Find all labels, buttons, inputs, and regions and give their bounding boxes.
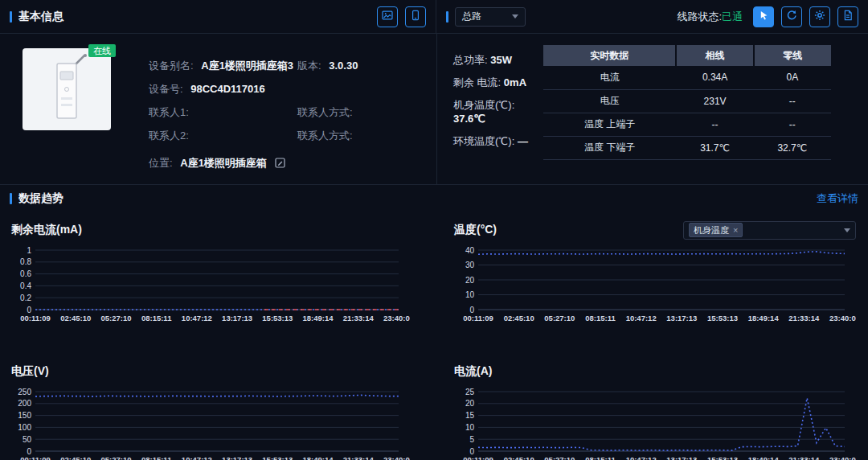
contact1-method-pair: 联系人方式: — [297, 106, 358, 119]
svg-text:18:49:14: 18:49:14 — [303, 314, 334, 322]
table-row: 电流 0.34A 0A — [543, 66, 831, 89]
body-temp-label: 机身温度(℃): — [453, 98, 543, 112]
line-status-header: 总路 线路状态:已通 — [436, 0, 868, 33]
cell-value: -- — [676, 113, 753, 136]
refresh-button[interactable] — [781, 6, 802, 27]
svg-text:40: 40 — [465, 246, 475, 255]
tablet-icon — [410, 10, 421, 23]
svg-text:00:11:09: 00:11:09 — [20, 455, 51, 460]
online-badge: 在线 — [88, 44, 116, 57]
location-value: A座1楼照明插座箱 — [180, 157, 267, 169]
svg-text:10: 10 — [465, 423, 475, 432]
log-button[interactable] — [837, 6, 858, 27]
serial-value: 98CC4D117016 — [190, 83, 265, 95]
svg-text:18:49:14: 18:49:14 — [303, 455, 334, 460]
svg-text:30: 30 — [465, 261, 475, 269]
svg-text:10:47:12: 10:47:12 — [182, 314, 212, 322]
svg-text:0: 0 — [27, 447, 31, 456]
edit-location-button[interactable] — [275, 158, 285, 170]
view-details-link[interactable]: 查看详情 — [817, 191, 858, 206]
svg-text:200: 200 — [18, 399, 31, 408]
svg-text:23:40:00: 23:40:00 — [829, 455, 856, 460]
svg-text:00:11:09: 00:11:09 — [463, 455, 493, 460]
table-header: 零线 — [754, 45, 831, 66]
top-bar: 基本信息 总路 线路状态:已通 — [0, 0, 868, 34]
chart-title: 温度(°C) — [454, 223, 497, 237]
svg-text:50: 50 — [23, 435, 32, 444]
svg-text:0: 0 — [469, 447, 474, 456]
svg-text:13:17:13: 13:17:13 — [222, 455, 252, 460]
svg-text:05:27:10: 05:27:10 — [544, 314, 575, 322]
selected-series-tag: 机身温度 × — [689, 223, 743, 237]
line-select[interactable]: 总路 — [455, 7, 526, 27]
row-label: 电流 — [543, 66, 676, 89]
table-header: 相线 — [676, 45, 753, 66]
svg-text:05:27:10: 05:27:10 — [100, 314, 131, 322]
svg-text:20: 20 — [465, 399, 475, 408]
line-status: 线路状态:已通 — [677, 10, 743, 24]
pointer-button[interactable] — [753, 6, 774, 27]
contact2-method-pair: 联系人方式: — [297, 129, 358, 142]
residual-metric: 剩余 电流: 0mA — [453, 76, 543, 89]
section-accent-bar — [446, 11, 448, 23]
contact2-row: 联系人2: 联系人方式: — [149, 129, 435, 142]
gear-icon — [814, 10, 825, 23]
metrics-panel: 总功率: 35W 剩余 电流: 0mA 机身温度(℃): 37.6℃ 环境温度(… — [453, 53, 543, 157]
contact1-label: 联系人1: — [149, 106, 189, 118]
svg-text:15:53:13: 15:53:13 — [707, 314, 738, 322]
chart-title: 电流(A) — [454, 364, 492, 379]
svg-text:0: 0 — [27, 306, 31, 314]
alias-value: A座1楼照明插座箱3 — [201, 60, 293, 72]
alias-label: 设备别名: — [149, 60, 194, 72]
svg-text:1: 1 — [27, 246, 31, 255]
svg-text:0: 0 — [469, 306, 474, 314]
row-label: 温度 下端子 — [543, 136, 676, 159]
charts-grid: 剩余电流(mA) 00.20.40.60.8100:11:0902:45:100… — [0, 212, 868, 460]
cell-value: -- — [754, 113, 831, 136]
image-button[interactable] — [377, 6, 398, 27]
svg-text:02:45:10: 02:45:10 — [60, 314, 91, 322]
contact1-row: 联系人1: 联系人方式: — [149, 106, 435, 119]
svg-text:08:15:11: 08:15:11 — [585, 455, 616, 460]
svg-text:05:27:10: 05:27:10 — [544, 455, 575, 460]
svg-text:15:53:13: 15:53:13 — [707, 455, 738, 460]
voltage-chart: 05010015020025000:11:0902:45:1005:27:100… — [11, 385, 410, 460]
location-label: 位置: — [149, 157, 173, 169]
cell-value: -- — [754, 89, 831, 113]
cell-value: 32.7℃ — [754, 136, 831, 159]
cell-value: 0.34A — [676, 66, 753, 89]
table-header-row: 实时数据 相线 零线 — [543, 45, 831, 66]
svg-text:23:40:00: 23:40:00 — [383, 455, 410, 460]
line-select-value: 总路 — [462, 10, 481, 23]
body-temp-value: 37.6℃ — [453, 112, 543, 125]
svg-text:0.8: 0.8 — [20, 257, 31, 266]
svg-text:13:17:13: 13:17:13 — [666, 314, 697, 322]
temperature-series-select[interactable]: 机身温度 × — [683, 221, 856, 240]
temperature-chart-block: 温度(°C) 机身温度 × 01020304000:11:0902:45:100… — [454, 220, 856, 324]
chevron-down-icon — [512, 14, 518, 18]
device-button[interactable] — [405, 6, 426, 27]
svg-text:10:47:12: 10:47:12 — [182, 455, 212, 460]
svg-text:00:11:09: 00:11:09 — [463, 314, 493, 322]
row-label: 电压 — [543, 89, 676, 113]
residual-current-chart: 00.20.40.60.8100:11:0902:45:1005:27:1008… — [11, 244, 410, 324]
device-image-card: 在线 — [23, 48, 111, 130]
chevron-down-icon — [844, 228, 850, 232]
svg-text:0.4: 0.4 — [20, 281, 31, 290]
page-title: 基本信息 — [18, 10, 63, 24]
document-icon — [842, 10, 854, 23]
svg-text:25: 25 — [465, 388, 475, 396]
remove-tag-icon[interactable]: × — [733, 224, 738, 236]
settings-button[interactable] — [809, 6, 830, 27]
svg-text:21:33:14: 21:33:14 — [343, 455, 375, 460]
contact1-method-label: 联系人方式: — [297, 106, 353, 118]
residual-label: 剩余 电流: — [453, 76, 501, 88]
svg-text:0.6: 0.6 — [20, 269, 31, 278]
svg-text:10:47:12: 10:47:12 — [626, 314, 657, 322]
voltage-chart-block: 电压(V) 05010015020025000:11:0902:45:1005:… — [11, 361, 410, 460]
svg-text:18:49:14: 18:49:14 — [748, 314, 780, 322]
svg-text:150: 150 — [18, 411, 31, 420]
section-accent-bar — [10, 193, 12, 204]
refresh-icon — [786, 10, 797, 23]
basic-info-header: 基本信息 — [0, 0, 436, 33]
